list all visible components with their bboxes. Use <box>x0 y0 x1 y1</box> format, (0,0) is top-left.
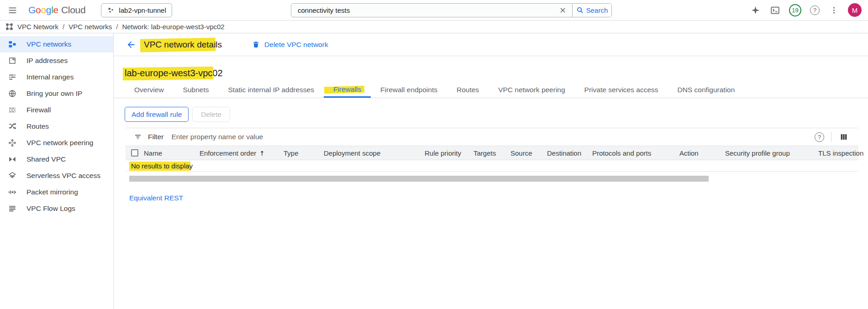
column-header-deployment-scope[interactable]: Deployment scope <box>324 149 425 157</box>
empty-results-message: No results to display <box>131 162 193 170</box>
filter-label: Filter <box>148 133 163 141</box>
filter-icon <box>134 133 142 141</box>
sidebar-item-routes[interactable]: Routes <box>0 118 113 135</box>
vpc-flow-logs-icon <box>8 204 16 213</box>
tab-vpc-network-peering[interactable]: VPC network peering <box>489 82 574 98</box>
column-header-tls-inspection[interactable]: TLS inspection <box>818 149 868 157</box>
select-all-checkbox[interactable] <box>131 149 138 157</box>
table-header-row: Name Enforcement order↑ Type Deployment … <box>126 146 858 160</box>
column-header-source[interactable]: Source <box>510 149 547 157</box>
sidebar: VPC networks IP addresses Internal range… <box>0 33 114 309</box>
firewall-rules-panel: Filter ? <box>126 128 858 202</box>
column-header-targets[interactable]: Targets <box>473 149 510 157</box>
notification-count: 19 <box>792 7 798 14</box>
gemini-sparkle-icon[interactable] <box>750 5 761 16</box>
filter-help-icon[interactable]: ? <box>815 132 824 142</box>
sort-ascending-icon: ↑ <box>259 150 265 157</box>
bring-your-own-ip-icon <box>8 89 16 98</box>
sidebar-item-ip-addresses[interactable]: IP addresses <box>0 52 113 69</box>
search-button[interactable]: Search <box>572 4 611 17</box>
detail-header: VPC network details Delete VPC network <box>114 33 868 56</box>
sidebar-item-vpc-network-peering[interactable]: VPC network peering <box>0 135 113 151</box>
delete-rule-button: Delete <box>192 107 230 122</box>
divider <box>831 131 831 142</box>
sidebar-item-label: IP addresses <box>26 57 68 65</box>
equivalent-rest-link[interactable]: Equivalent REST <box>129 194 183 202</box>
column-header-enforcement-order[interactable]: Enforcement order↑ <box>200 149 284 157</box>
cloud-logo-suffix: Cloud <box>61 5 85 16</box>
sidebar-item-vpc-networks[interactable]: VPC networks <box>0 36 113 52</box>
filter-input[interactable] <box>171 133 809 141</box>
shared-vpc-icon <box>8 155 16 163</box>
sidebar-item-label: VPC networks <box>26 40 71 48</box>
tabs-bar: Overview Subnets Static internal IP addr… <box>114 82 868 98</box>
tab-firewall-endpoints[interactable]: Firewall endpoints <box>371 82 447 98</box>
tab-static-internal-ip-addresses[interactable]: Static internal IP addresses <box>219 82 324 98</box>
delete-vpc-network-label: Delete VPC network <box>264 41 328 49</box>
topbar-icons: 19 ? M <box>750 3 862 17</box>
cloud-shell-icon[interactable] <box>769 5 780 16</box>
delete-vpc-network-button[interactable]: Delete VPC network <box>252 40 328 49</box>
project-selector[interactable]: lab2-vpn-tunnel <box>101 3 172 17</box>
sidebar-item-label: VPC Flow Logs <box>26 204 75 213</box>
sidebar-item-internal-ranges[interactable]: Internal ranges <box>0 69 113 85</box>
sidebar-item-firewall[interactable]: Firewall <box>0 102 113 118</box>
sidebar-item-serverless-vpc-access[interactable]: Serverless VPC access <box>0 168 113 184</box>
packet-mirroring-icon <box>8 188 16 196</box>
sidebar-item-label: Serverless VPC access <box>26 172 100 180</box>
internal-ranges-icon <box>8 73 16 81</box>
column-header-security-profile-group[interactable]: Security profile group <box>725 149 818 157</box>
breadcrumb-item-vpc-networks[interactable]: VPC networks <box>68 23 112 31</box>
tab-private-services-access[interactable]: Private services access <box>575 82 668 98</box>
column-header-rule-priority[interactable]: Rule priority <box>425 149 473 157</box>
add-firewall-rule-button[interactable]: Add firewall rule <box>125 107 189 122</box>
more-options-icon[interactable] <box>828 5 839 16</box>
project-name: lab2-vpn-tunnel <box>119 6 166 14</box>
vpc-networks-icon <box>8 40 16 48</box>
breadcrumb-item-current-network: Network: lab-europe-west3-vpc02 <box>122 23 224 31</box>
column-header-action[interactable]: Action <box>679 149 725 157</box>
main-content: VPC network details Delete VPC network l… <box>114 33 868 309</box>
table-actions: Add firewall rule Delete <box>125 107 868 122</box>
column-header-protocols-and-ports[interactable]: Protocols and ports <box>592 149 679 157</box>
horizontal-scrollbar[interactable] <box>129 176 709 182</box>
column-header-type[interactable]: Type <box>284 149 324 157</box>
column-header-name[interactable]: Name <box>144 149 200 157</box>
sidebar-item-label: VPC network peering <box>26 139 93 147</box>
column-display-options-icon[interactable] <box>838 131 849 142</box>
tab-overview[interactable]: Overview <box>125 82 174 98</box>
notifications-count-badge[interactable]: 19 <box>789 4 801 16</box>
google-cloud-logo[interactable]: Google Cloud <box>28 5 85 16</box>
google-logo-wordmark: Google <box>28 5 58 16</box>
sidebar-item-bring-your-own-ip[interactable]: Bring your own IP <box>0 85 113 102</box>
network-name-title: lab-europe-west3-vpc02 <box>125 68 868 79</box>
vpc-network-icon <box>5 23 13 31</box>
sidebar-item-shared-vpc[interactable]: Shared VPC <box>0 151 113 168</box>
sidebar-item-vpc-flow-logs[interactable]: VPC Flow Logs <box>0 200 113 217</box>
hamburger-menu-icon[interactable] <box>6 4 18 16</box>
firewall-icon <box>8 106 16 114</box>
sidebar-item-label: Bring your own IP <box>26 89 82 98</box>
empty-results-row: No results to display <box>126 160 858 172</box>
tab-firewalls[interactable]: Firewalls <box>324 82 371 98</box>
column-header-destination[interactable]: Destination <box>547 149 592 157</box>
breadcrumb: VPC Network / VPC networks / Network: la… <box>0 21 868 33</box>
page-title: VPC network details <box>144 40 222 50</box>
sidebar-item-label: Firewall <box>26 106 51 114</box>
account-avatar[interactable]: M <box>848 3 862 17</box>
sidebar-item-label: Shared VPC <box>26 155 66 163</box>
search-input[interactable] <box>291 4 553 17</box>
sidebar-item-packet-mirroring[interactable]: Packet mirroring <box>0 184 113 200</box>
back-arrow-icon[interactable] <box>126 39 137 50</box>
trash-icon <box>252 40 260 49</box>
breadcrumb-item-vpc-network[interactable]: VPC Network <box>17 23 58 31</box>
routes-icon <box>8 122 16 131</box>
tab-routes[interactable]: Routes <box>447 82 489 98</box>
serverless-vpc-access-icon <box>8 172 16 180</box>
clear-search-icon[interactable] <box>553 4 572 17</box>
filter-row: Filter ? <box>126 128 858 146</box>
ip-addresses-icon <box>8 57 16 65</box>
help-icon[interactable]: ? <box>810 5 820 15</box>
tab-subnets[interactable]: Subnets <box>174 82 219 98</box>
tab-dns-configuration[interactable]: DNS configuration <box>668 82 745 98</box>
